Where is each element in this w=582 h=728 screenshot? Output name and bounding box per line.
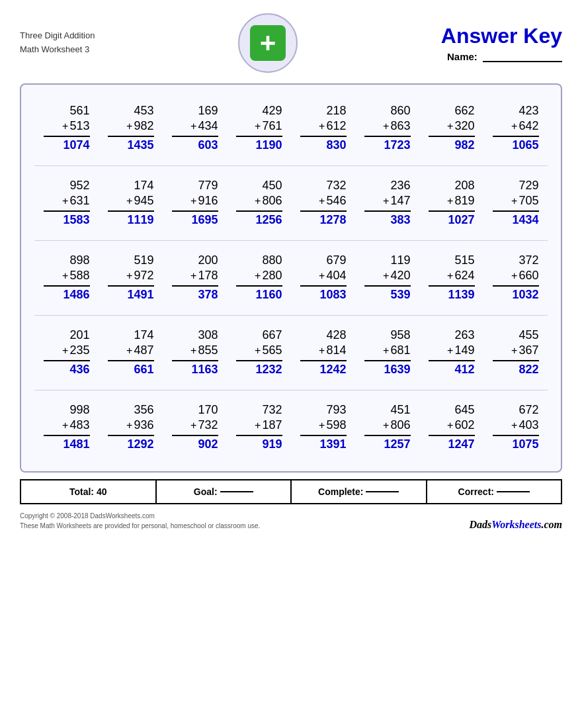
brand-worksheets: Worksheets	[491, 519, 541, 530]
prob-answer: 830	[326, 137, 346, 154]
prob-addend: 147	[364, 193, 411, 211]
header-left: Three Digit Addition Math Worksheet 3	[20, 29, 95, 57]
prob-top: 645	[454, 402, 474, 418]
prob-addend: 732	[172, 418, 218, 435]
prob-answer: 1075	[512, 436, 538, 453]
prob-top: 662	[454, 103, 474, 118]
problem-0-5: 8608631723	[364, 103, 411, 154]
prob-answer: 1292	[127, 436, 153, 453]
prob-answer: 1032	[512, 287, 538, 303]
prob-answer: 1583	[63, 212, 89, 228]
prob-top: 453	[134, 103, 153, 118]
prob-answer: 436	[69, 361, 89, 378]
prob-answer: 919	[262, 436, 282, 453]
problem-0-6: 662320982	[429, 103, 475, 154]
problem-2-2: 200178378	[172, 253, 218, 303]
problem-3-0: 201235436	[44, 328, 90, 378]
complete-blank	[366, 491, 399, 492]
copyright: Copyright © 2008-2018 DadsWorksheets.com…	[20, 511, 562, 531]
prob-addend: 681	[364, 343, 411, 361]
prob-addend: 624	[429, 268, 475, 286]
copyright-left: Copyright © 2008-2018 DadsWorksheets.com…	[20, 511, 260, 531]
worksheet-border: 5615131074453982143516943460342976111902…	[20, 83, 562, 473]
prob-answer: 1160	[255, 287, 282, 303]
prob-top: 429	[262, 103, 282, 118]
page: Three Digit Addition Math Worksheet 3 An…	[0, 0, 582, 728]
prob-top: 729	[519, 178, 538, 193]
problem-3-2: 3088551163	[172, 328, 218, 378]
prob-answer: 1190	[255, 137, 282, 154]
problem-4-7: 6724031075	[493, 402, 539, 453]
problem-2-3: 8802801160	[236, 253, 282, 303]
prob-top: 169	[198, 103, 218, 118]
prob-addend: 855	[172, 343, 218, 361]
prob-top: 450	[262, 178, 282, 193]
prob-answer: 1278	[319, 212, 346, 228]
copyright-line2: These Math Worksheets are provided for p…	[20, 521, 260, 531]
plus-icon	[250, 25, 286, 61]
correct-label: Correct:	[458, 486, 494, 497]
problem-row-3: 2012354361744876613088551163667565123242…	[34, 316, 548, 390]
copyright-line1: Copyright © 2008-2018 DadsWorksheets.com	[20, 511, 260, 521]
problem-4-2: 170732902	[172, 402, 218, 453]
prob-addend: 420	[364, 268, 411, 286]
problem-3-1: 174487661	[108, 328, 154, 378]
problem-1-7: 7297051434	[493, 178, 539, 228]
prob-top: 779	[198, 178, 218, 193]
prob-addend: 814	[300, 343, 347, 361]
prob-addend: 483	[44, 418, 90, 435]
problem-row-1: 9526311583174945111977991616954508061256…	[34, 166, 548, 241]
prob-top: 308	[198, 328, 218, 343]
prob-addend: 972	[108, 268, 154, 286]
problem-0-7: 4236421065	[493, 103, 539, 154]
prob-top: 208	[454, 178, 474, 193]
prob-top: 860	[390, 103, 410, 118]
prob-answer: 539	[390, 287, 410, 303]
prob-answer: 902	[198, 436, 218, 453]
complete-label: Complete:	[318, 486, 363, 497]
total-cell: Total: 40	[21, 480, 157, 503]
prob-top: 428	[326, 328, 346, 343]
goal-cell: Goal:	[157, 480, 292, 503]
prob-addend: 982	[108, 118, 154, 136]
prob-answer: 661	[134, 361, 153, 378]
prob-addend: 936	[108, 418, 154, 435]
prob-answer: 1139	[448, 287, 474, 303]
problem-4-1: 3569361292	[108, 402, 154, 453]
prob-addend: 806	[364, 418, 411, 435]
prob-top: 200	[198, 253, 218, 268]
problem-0-0: 5615131074	[44, 103, 90, 154]
prob-addend: 598	[300, 418, 347, 435]
prob-addend: 612	[300, 118, 347, 136]
prob-top: 880	[262, 253, 282, 268]
problem-2-7: 3726601032	[493, 253, 539, 303]
prob-top: 170	[198, 402, 218, 418]
prob-top: 958	[390, 328, 410, 343]
prob-top: 793	[326, 402, 346, 418]
problem-2-6: 5156241139	[429, 253, 475, 303]
prob-top: 372	[519, 253, 538, 268]
prob-addend: 513	[44, 118, 90, 136]
problem-4-4: 7935981391	[300, 402, 347, 453]
prob-top: 236	[390, 178, 410, 193]
prob-addend: 403	[493, 418, 539, 435]
prob-answer: 1723	[384, 137, 410, 154]
prob-top: 998	[69, 402, 89, 418]
problem-2-5: 119420539	[364, 253, 411, 303]
prob-answer: 412	[454, 361, 474, 378]
prob-answer: 1074	[63, 137, 89, 154]
prob-top: 732	[326, 178, 346, 193]
header-right: Answer Key Name:	[441, 24, 562, 62]
prob-addend: 863	[364, 118, 411, 136]
prob-answer: 1242	[319, 361, 346, 378]
prob-answer: 383	[390, 212, 410, 228]
prob-addend: 916	[172, 193, 218, 211]
prob-addend: 806	[236, 193, 282, 211]
prob-top: 519	[134, 253, 153, 268]
prob-addend: 588	[44, 268, 90, 286]
problem-0-2: 169434603	[172, 103, 218, 154]
problem-row-2: 8985881486519972149120017837888028011606…	[34, 241, 548, 316]
copyright-brand: DadsWorksheets.com	[469, 519, 562, 531]
problem-0-3: 4297611190	[236, 103, 282, 154]
prob-answer: 1065	[512, 137, 538, 154]
